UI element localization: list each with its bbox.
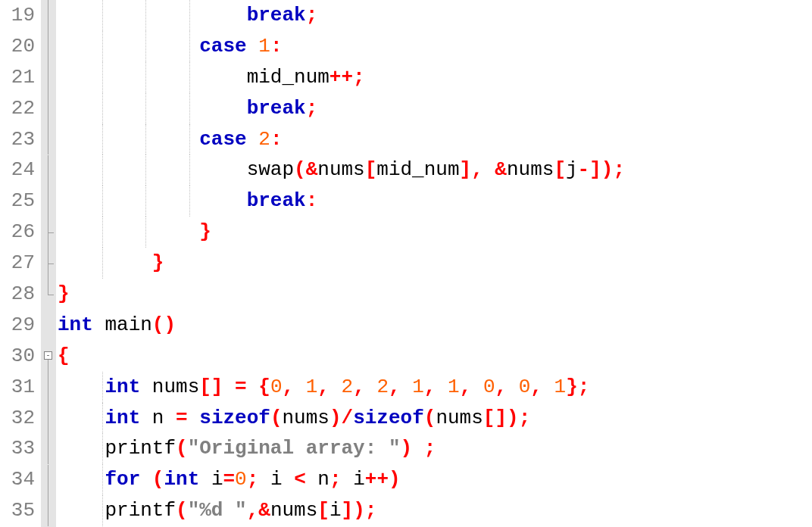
code-line[interactable]: { — [58, 341, 812, 372]
code-line[interactable]: } — [58, 217, 812, 248]
indent-guide — [189, 62, 190, 93]
code-editor[interactable]: 1920212223242526272829303132333435 - bre… — [0, 0, 812, 527]
code-token — [140, 407, 152, 429]
line-number: 20 — [0, 31, 35, 62]
code-line[interactable]: printf("%d ",&nums[i]); — [58, 495, 812, 526]
code-line[interactable]: break: — [58, 186, 812, 217]
code-token: : — [306, 189, 318, 212]
code-token: } — [566, 376, 578, 398]
line-number: 31 — [0, 372, 35, 403]
code-token: ; — [578, 376, 590, 398]
fold-toggle-icon[interactable]: - — [44, 351, 52, 360]
code-line[interactable]: } — [58, 248, 812, 279]
indent-guide — [189, 31, 190, 62]
code-area[interactable]: break; case 1: mid_num++; break; case 2:… — [56, 0, 812, 527]
line-number: 25 — [0, 186, 35, 217]
code-line[interactable]: int n = sizeof(nums)/sizeof(nums[]); — [58, 403, 812, 434]
code-line[interactable]: break; — [58, 0, 812, 31]
code-token — [58, 189, 247, 212]
line-number: 32 — [0, 403, 35, 434]
code-token: } — [152, 251, 164, 274]
code-token: : — [270, 35, 283, 58]
code-token: main — [105, 313, 151, 336]
code-token — [542, 376, 554, 398]
fold-margin[interactable]: - — [41, 0, 56, 527]
code-token: & — [495, 158, 507, 181]
indent-guide — [102, 403, 103, 434]
code-line[interactable]: for (int i=0; i < n; i++) — [58, 464, 812, 495]
indent-guide — [102, 0, 103, 31]
code-token: i — [270, 468, 294, 491]
code-token: ) — [329, 407, 342, 429]
code-line[interactable]: printf("Original array: ") ; — [58, 433, 812, 464]
indent-guide — [102, 93, 103, 124]
code-token: mid_num — [376, 158, 459, 181]
line-number: 26 — [0, 217, 35, 248]
code-line[interactable]: int nums[] = {0, 1, 2, 2, 1, 1, 0, 0, 1}… — [58, 372, 812, 403]
line-number-gutter: 1920212223242526272829303132333435 — [0, 0, 41, 527]
code-line[interactable]: int main() — [58, 310, 812, 341]
code-token: ; — [306, 97, 318, 120]
code-token: ; — [519, 407, 531, 429]
code-token: swap — [247, 158, 294, 181]
code-token: ] — [460, 158, 472, 181]
code-token: ( — [176, 499, 188, 522]
code-token: case — [199, 35, 246, 58]
code-token: = — [235, 376, 247, 398]
code-token: ; — [329, 468, 342, 491]
code-token: 0 — [519, 376, 531, 398]
code-token: / — [342, 407, 354, 429]
code-token: () — [152, 313, 176, 336]
code-token: 2 — [342, 376, 354, 398]
code-token — [329, 376, 342, 398]
indent-guide — [102, 154, 103, 186]
code-token — [58, 158, 247, 181]
code-token: []) — [483, 407, 519, 429]
code-token: , — [353, 376, 365, 398]
line-number: 28 — [0, 279, 35, 310]
code-token: , — [283, 376, 295, 398]
code-line[interactable]: mid_num++; — [58, 62, 812, 93]
code-token — [58, 97, 247, 120]
code-token — [58, 437, 105, 460]
code-token: 1 — [554, 376, 567, 398]
code-token: [ — [365, 158, 377, 181]
indent-guide — [189, 124, 190, 155]
indent-guide — [145, 93, 146, 124]
code-token — [471, 376, 483, 398]
indent-guide — [145, 186, 146, 217]
code-token — [258, 468, 270, 491]
code-line[interactable]: case 2: — [58, 124, 812, 155]
code-token: < — [294, 468, 306, 491]
code-token: = — [176, 407, 188, 429]
code-token — [58, 407, 105, 429]
code-line[interactable]: case 1: — [58, 31, 812, 62]
code-token: mid_num — [247, 66, 329, 89]
code-token — [247, 35, 259, 58]
code-token — [140, 376, 152, 398]
code-token: nums — [317, 158, 364, 181]
indent-guide — [102, 372, 103, 403]
indent-guide — [145, 154, 146, 186]
code-token: & — [306, 158, 318, 181]
code-line[interactable]: break; — [58, 93, 812, 124]
indent-guide — [145, 217, 146, 248]
code-token: ; — [365, 499, 377, 522]
code-line[interactable]: } — [58, 279, 812, 310]
code-token: : — [270, 128, 283, 151]
line-number: 21 — [0, 62, 35, 93]
code-token — [58, 66, 247, 89]
code-token — [401, 376, 413, 398]
code-token — [58, 220, 199, 243]
indent-guide — [102, 31, 103, 62]
code-token: n — [152, 407, 176, 429]
code-token — [58, 251, 152, 274]
code-token: ) — [401, 437, 413, 460]
code-line[interactable]: swap(&nums[mid_num], &nums[j-]); — [58, 154, 812, 186]
code-token: nums — [436, 407, 483, 429]
code-token: nums — [507, 158, 554, 181]
indent-guide — [102, 62, 103, 93]
line-number: 33 — [0, 433, 35, 464]
code-token: printf — [105, 499, 176, 522]
code-token: ; — [613, 158, 625, 181]
